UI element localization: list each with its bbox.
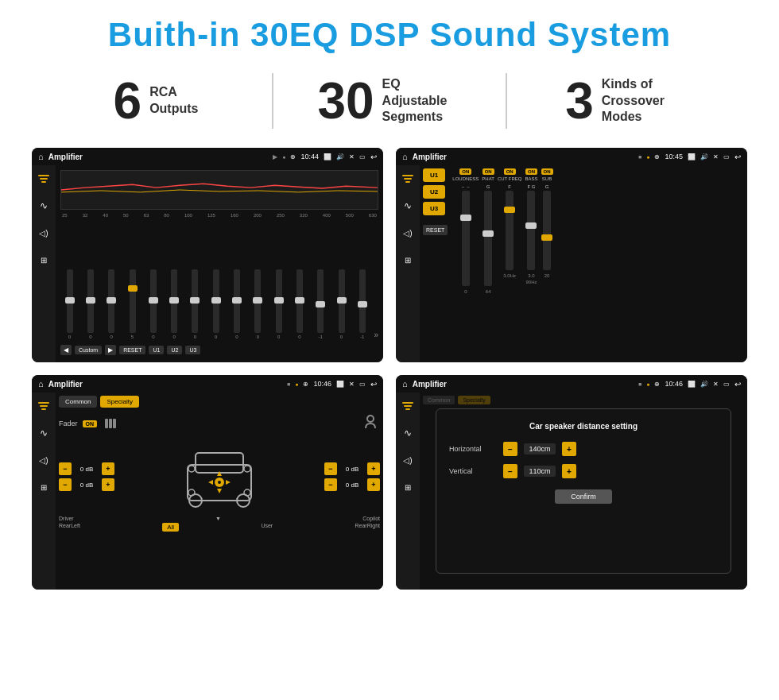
dialog-vertical-plus[interactable]: +	[562, 464, 576, 478]
back-icon-4[interactable]: ↩	[734, 380, 741, 389]
eq-u2-btn[interactable]: U2	[167, 346, 182, 354]
freq-320: 320	[300, 213, 308, 218]
eq-icon-filter[interactable]	[37, 172, 51, 186]
eq-u3-btn[interactable]: U3	[185, 346, 200, 354]
amp-slider-sub[interactable]	[543, 191, 551, 270]
cross-icon-speaker[interactable]: ◁)	[37, 453, 51, 467]
cross-minus-3[interactable]: −	[324, 462, 337, 475]
amp-preset-u1[interactable]: U1	[423, 168, 445, 182]
amp-on-sub[interactable]: ON	[541, 168, 553, 175]
eq-slider-13[interactable]: 0	[332, 269, 351, 339]
cross-db-group-left: − 0 dB + − 0 dB +	[59, 462, 114, 491]
eq-slider-7[interactable]: 0	[207, 269, 225, 339]
eq-slider-11[interactable]: 0	[290, 269, 308, 339]
status-bar-2: ⌂ Amplifier ■ ● ⊕ 10:45 ⬜ 🔊 ✕ ▭ ↩	[396, 148, 747, 165]
cross-db-group-right: − 0 dB + − 0 dB +	[324, 462, 380, 491]
amp-slider-phat[interactable]	[484, 191, 492, 286]
cross-db-row-1: − 0 dB +	[59, 462, 114, 475]
cross-icon-wave[interactable]: ∿	[37, 426, 51, 440]
cross-plus-3[interactable]: +	[367, 462, 380, 475]
eq-slider-2[interactable]: 0	[103, 269, 121, 339]
eq-scroll-right[interactable]: »	[374, 331, 378, 339]
amp-icon-expand[interactable]: ⊞	[401, 253, 415, 267]
back-icon-1[interactable]: ↩	[370, 153, 377, 161]
eq-slider-12[interactable]: -1	[312, 269, 330, 339]
eq-slider-9[interactable]: 0	[249, 269, 267, 339]
amp-slider-loudness[interactable]	[462, 191, 470, 286]
amp-icon-wave[interactable]: ∿	[401, 199, 415, 213]
eq-slider-3[interactable]: 5	[123, 269, 141, 339]
dialog-horizontal-minus[interactable]: −	[503, 442, 517, 456]
eq-slider-8[interactable]: 0	[227, 269, 246, 339]
freq-80: 80	[164, 213, 169, 218]
cross-on-badge[interactable]: ON	[83, 420, 98, 427]
cross-plus-4[interactable]: +	[367, 478, 380, 491]
amp-on-cutfreq[interactable]: ON	[504, 168, 516, 175]
amp-on-phat[interactable]: ON	[483, 168, 494, 175]
eq-reset-btn[interactable]: RESET	[119, 346, 145, 354]
eq-slider-14[interactable]: -1	[353, 269, 371, 339]
eq-play-btn[interactable]: ▶	[105, 345, 116, 355]
amp-preset-u3[interactable]: U3	[423, 202, 445, 215]
dist-icon-speaker[interactable]: ◁)	[401, 453, 415, 467]
amp-preset-u2[interactable]: U2	[423, 185, 445, 199]
eq-slider-5[interactable]: 0	[165, 269, 183, 339]
eq-prev-btn[interactable]: ◀	[60, 345, 72, 355]
dialog-horizontal-plus[interactable]: +	[562, 442, 576, 456]
eq-slider-1[interactable]: 0	[81, 269, 99, 339]
stat-label-eq-2: Segments	[382, 109, 462, 126]
cross-tab-specialty[interactable]: Specialty	[100, 396, 138, 408]
eq-graph	[60, 170, 378, 210]
cross-label-copilot: Copilot	[362, 516, 380, 521]
cross-btn-all[interactable]: All	[162, 523, 179, 532]
freq-100: 100	[184, 213, 192, 218]
svg-rect-5	[405, 181, 410, 183]
eq-sidebar-icons: ∿ ◁) ⊞	[32, 165, 56, 362]
dialog-vertical-minus[interactable]: −	[503, 464, 517, 478]
cross-tab-common[interactable]: Common	[59, 396, 97, 408]
cross-minus-1[interactable]: −	[59, 462, 72, 475]
stat-divider-2	[506, 73, 507, 129]
back-icon-2[interactable]: ↩	[734, 153, 741, 161]
dist-icon-wave[interactable]: ∿	[401, 426, 415, 440]
amp-icon-speaker[interactable]: ◁)	[401, 226, 415, 240]
eq-u1-btn[interactable]: U1	[149, 346, 164, 354]
eq-freq-labels: 25 32 40 50 63 80 100 125 160 200 250 32…	[60, 213, 378, 218]
amp-label-phat: PHAT	[482, 176, 494, 181]
cross-minus-2[interactable]: −	[59, 478, 72, 491]
cam-icon-3: ⬜	[336, 381, 344, 388]
dist-icon-expand[interactable]: ⊞	[401, 480, 415, 494]
home-icon-2[interactable]: ⌂	[402, 152, 408, 161]
amp-reset-btn[interactable]: RESET	[423, 225, 448, 235]
cross-plus-1[interactable]: +	[102, 462, 114, 475]
eq-slider-0[interactable]: 0	[60, 269, 79, 339]
eq-icon-speaker[interactable]: ◁)	[37, 226, 51, 240]
home-icon-4[interactable]: ⌂	[402, 379, 408, 389]
dialog-confirm-btn[interactable]: Confirm	[555, 489, 612, 504]
x-icon-1: ✕	[349, 153, 355, 160]
amp-slider-bass[interactable]	[527, 191, 535, 270]
screen3-time: 10:46	[313, 380, 331, 388]
home-icon-1[interactable]: ⌂	[38, 152, 44, 161]
cross-person-icon[interactable]	[361, 412, 380, 435]
dist-icon-filter[interactable]	[401, 399, 415, 413]
back-icon-3[interactable]: ↩	[370, 380, 377, 389]
cross-icon-expand[interactable]: ⊞	[37, 480, 51, 494]
cross-minus-4[interactable]: −	[324, 478, 337, 491]
home-icon-3[interactable]: ⌂	[38, 379, 44, 389]
amp-on-loudness[interactable]: ON	[459, 168, 471, 175]
cross-icon-filter[interactable]	[37, 399, 51, 413]
amp-icon-filter[interactable]	[401, 172, 415, 186]
eq-slider-6[interactable]: 0	[186, 269, 204, 339]
cross-label-down[interactable]: ▼	[215, 516, 221, 521]
eq-icon-expand[interactable]: ⊞	[37, 253, 51, 267]
eq-icon-wave[interactable]: ∿	[37, 199, 51, 213]
amp-on-bass[interactable]: ON	[525, 168, 537, 175]
stat-number-eq: 30	[317, 75, 374, 126]
cross-plus-2[interactable]: +	[102, 478, 114, 491]
eq-slider-4[interactable]: 0	[144, 269, 162, 339]
eq-slider-10[interactable]: 0	[269, 269, 288, 339]
freq-160: 160	[231, 213, 238, 218]
freq-32: 32	[83, 213, 88, 218]
amp-slider-cutfreq[interactable]	[506, 191, 514, 270]
